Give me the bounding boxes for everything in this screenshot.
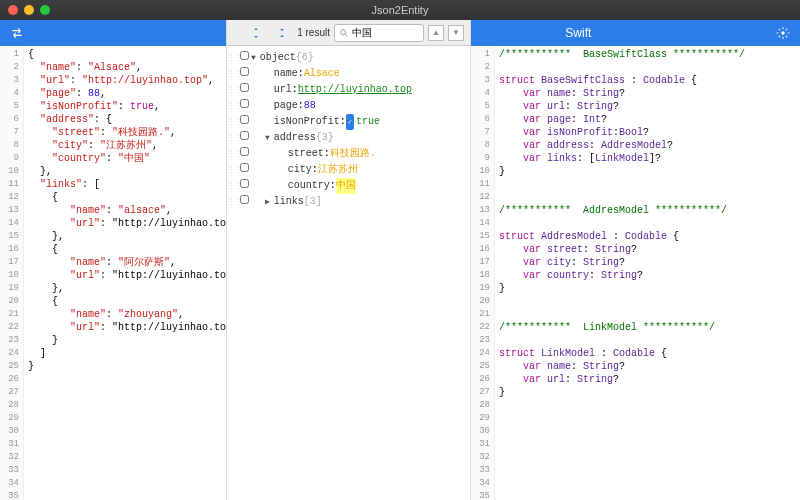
drag-handle-icon[interactable]: ⋮⋮ [227, 98, 237, 114]
row-checkbox[interactable] [240, 131, 249, 140]
drag-handle-icon[interactable]: ⋮⋮ [227, 82, 237, 98]
tree-row[interactable]: ⋮⋮▼address {3} [227, 130, 470, 146]
row-checkbox[interactable] [240, 163, 249, 172]
disclosure-icon[interactable]: ▼ [265, 130, 270, 146]
tree-row[interactable]: ⋮⋮▶isNonProfit : ✓true [227, 114, 470, 130]
row-checkbox[interactable] [240, 51, 249, 60]
row-checkbox[interactable] [240, 195, 249, 204]
tree-row[interactable]: ⋮⋮▶page : 88 [227, 98, 470, 114]
json-code[interactable]: { "name": "Alsace", "url": "http://luyin… [24, 46, 226, 500]
titlebar: Json2Entity [0, 0, 800, 20]
drag-handle-icon[interactable]: ⋮⋮ [227, 66, 237, 82]
tree-row[interactable]: ⋮⋮▶links [3] [227, 194, 470, 210]
tree-row[interactable]: ⋮⋮▶city : 江苏苏州 [227, 162, 470, 178]
window-title: Json2Entity [372, 4, 429, 16]
tree-row[interactable]: ⋮⋮▶country : 中国 [227, 178, 470, 194]
row-checkbox[interactable] [240, 147, 249, 156]
drag-handle-icon[interactable]: ⋮⋮ [227, 178, 237, 194]
minimize-icon[interactable] [24, 5, 34, 15]
drag-handle-icon[interactable]: ⋮⋮ [227, 194, 237, 210]
tree-row[interactable]: ⋮⋮▶name : Alsace [227, 66, 470, 82]
mid-toolbar: 1 result ▲ ▼ [227, 20, 470, 46]
disclosure-icon[interactable]: ▼ [251, 50, 256, 66]
tree-row[interactable]: ⋮⋮▶street : 科技园路. [227, 146, 470, 162]
drag-handle-icon[interactable]: ⋮⋮ [227, 146, 237, 162]
swift-code[interactable]: /*********** BaseSwiftClass ***********/… [495, 46, 800, 500]
json-tree[interactable]: ⋮⋮▼object {6}⋮⋮▶name : Alsace⋮⋮▶url : ht… [227, 46, 470, 500]
line-gutter: 1234567891011121314151617181920212223242… [471, 46, 495, 500]
left-toolbar [0, 20, 226, 46]
drag-handle-icon[interactable]: ⋮⋮ [227, 50, 237, 66]
row-checkbox[interactable] [240, 67, 249, 76]
drag-handle-icon[interactable]: ⋮⋮ [227, 130, 237, 146]
row-checkbox[interactable] [240, 179, 249, 188]
tree-row[interactable]: ⋮⋮▼object {6} [227, 50, 470, 66]
right-toolbar: Swift [471, 20, 800, 46]
collapse-icon[interactable] [271, 24, 293, 42]
tree-row[interactable]: ⋮⋮▶url : http://luyinhao.top [227, 82, 470, 98]
next-result-button[interactable]: ▼ [448, 25, 464, 41]
expand-icon[interactable] [245, 24, 267, 42]
close-icon[interactable] [8, 5, 18, 15]
json-source-panel: 1234567891011121314151617181920212223242… [0, 20, 227, 500]
line-gutter: 1234567891011121314151617181920212223242… [0, 46, 24, 500]
search-result-count: 1 result [297, 27, 330, 38]
disclosure-icon[interactable]: ▶ [265, 194, 270, 210]
gear-icon[interactable] [772, 24, 794, 42]
search-input[interactable] [349, 27, 409, 38]
drag-handle-icon[interactable]: ⋮⋮ [227, 114, 237, 130]
search-field[interactable] [334, 24, 424, 42]
row-checkbox[interactable] [240, 115, 249, 124]
swift-output-panel: Swift 1234567891011121314151617181920212… [471, 20, 800, 500]
maximize-icon[interactable] [40, 5, 50, 15]
json-tree-panel: 1 result ▲ ▼ ⋮⋮▼object {6}⋮⋮▶name : Alsa… [227, 20, 471, 500]
row-checkbox[interactable] [240, 99, 249, 108]
row-checkbox[interactable] [240, 83, 249, 92]
search-icon [339, 28, 349, 38]
drag-handle-icon[interactable]: ⋮⋮ [227, 162, 237, 178]
svg-point-0 [341, 29, 346, 34]
language-label: Swift [565, 26, 591, 40]
svg-point-1 [781, 31, 785, 35]
prev-result-button[interactable]: ▲ [428, 25, 444, 41]
window-controls [8, 5, 50, 15]
swap-icon[interactable] [6, 24, 28, 42]
